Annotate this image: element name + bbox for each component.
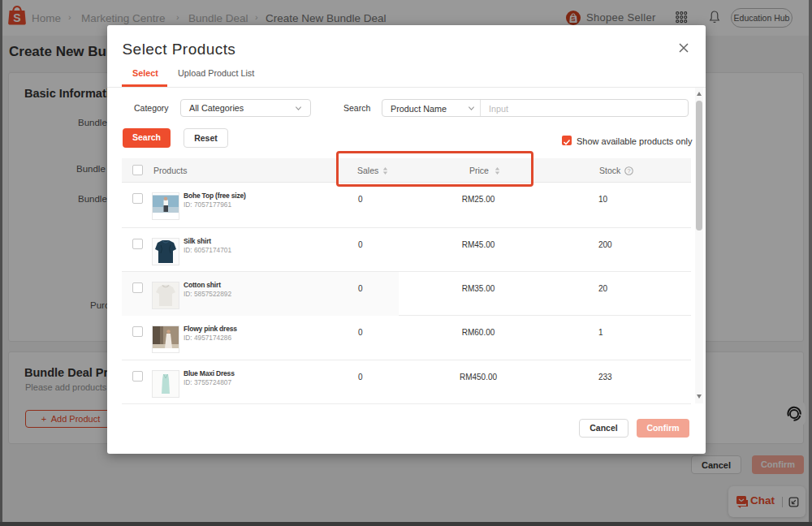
svg-text:?: ? xyxy=(627,167,630,175)
